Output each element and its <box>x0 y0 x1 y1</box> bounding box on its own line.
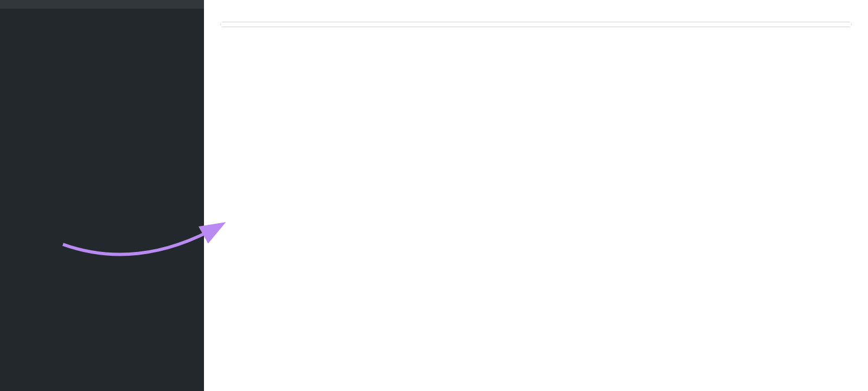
calendar-cells <box>221 22 851 27</box>
admin-sidebar <box>0 0 204 391</box>
calendar-header <box>220 0 852 22</box>
posts-submenu <box>0 0 204 9</box>
calendar-main <box>204 0 868 391</box>
calendar-grid <box>220 22 852 27</box>
